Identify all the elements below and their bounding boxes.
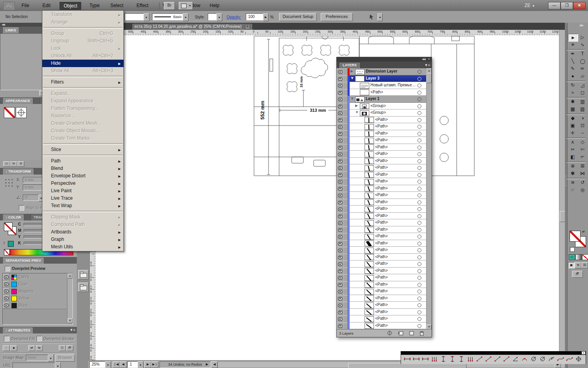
layer-thumbnail[interactable] — [365, 302, 374, 308]
tab-color[interactable]: ↕ COLOR — [2, 214, 24, 220]
layer-row[interactable]: <Path> — [337, 288, 426, 295]
layer-row[interactable]: ▶<Group> — [337, 103, 426, 110]
visibility-eye-icon[interactable] — [338, 215, 343, 218]
separation-row[interactable]: Yellow — [3, 295, 67, 302]
menu-effect[interactable]: Effect — [133, 2, 152, 9]
image-map-dropdown-icon[interactable]: ▼ — [48, 355, 54, 362]
layer-name[interactable]: <Path> — [375, 275, 388, 279]
target-circle-icon[interactable] — [417, 173, 421, 177]
collapsed-panel-icon[interactable] — [78, 282, 89, 292]
target-circle-icon[interactable] — [417, 248, 421, 252]
dock-grip[interactable] — [565, 23, 568, 368]
current-color-swatch[interactable] — [8, 241, 14, 247]
swap-colors-icon[interactable]: ⤴ — [3, 241, 5, 245]
visibility-eye-icon[interactable] — [338, 290, 343, 293]
document-close-icon[interactable]: ✕ — [245, 24, 250, 29]
vertical-dimension-3-icon[interactable] — [457, 356, 466, 363]
visibility-eye-icon[interactable] — [338, 249, 343, 252]
visibility-eye-icon[interactable] — [338, 317, 343, 321]
diagonal-dimension-3-icon[interactable] — [494, 356, 502, 363]
browser-button[interactable]: Browser — [55, 354, 75, 362]
layer-name[interactable]: <Path> — [375, 193, 388, 197]
target-circle-icon[interactable] — [417, 297, 421, 301]
url-input[interactable] — [13, 363, 56, 368]
menu-type[interactable]: Type — [86, 2, 103, 9]
visibility-eye-icon[interactable] — [338, 324, 343, 328]
menu-item-graph[interactable]: Graph▶ — [42, 236, 123, 243]
panel-menu-icon[interactable]: ▼≡ — [70, 328, 75, 332]
delete-anchor-point-tool[interactable]: − — [578, 129, 587, 137]
tab-transform[interactable]: ↕ TRANSFORM — [2, 168, 34, 175]
lock-cell[interactable] — [343, 206, 348, 213]
menu-item-group[interactable]: GroupCtrl+G — [42, 30, 123, 37]
vertical-scroll-thumb[interactable] — [560, 211, 565, 222]
menu-item-live-trace[interactable]: Live Trace▶ — [42, 195, 123, 202]
target-circle-icon[interactable] — [417, 276, 421, 280]
visibility-eye-icon[interactable] — [338, 146, 343, 149]
first-artboard-icon[interactable]: ❘◀ — [113, 361, 120, 368]
align-pixel-checkbox[interactable] — [19, 205, 24, 211]
artboard-tool[interactable]: ◧ — [568, 153, 577, 160]
layer-name[interactable]: <Path> — [375, 158, 388, 163]
layer-name[interactable]: <Path> — [375, 131, 388, 135]
target-circle-icon[interactable] — [417, 262, 421, 266]
default-colors-icon[interactable] — [570, 247, 575, 252]
lock-cell[interactable] — [343, 226, 348, 234]
target-circle-icon[interactable] — [417, 146, 421, 149]
menu-item-compound-path[interactable]: Compound Path▶ — [42, 221, 123, 228]
document-tab[interactable]: еста 35гр 13.04.20 для дизайна.ai* @ 25%… — [132, 23, 253, 30]
target-circle-icon[interactable] — [417, 118, 421, 122]
layer-thumbnail[interactable] — [365, 295, 374, 301]
layer-name[interactable]: <Path> — [375, 151, 388, 156]
lock-cell[interactable] — [343, 274, 348, 282]
blend-tool[interactable]: ◑ — [578, 115, 587, 122]
minimize-button[interactable]: — — [548, 2, 561, 9]
lock-cell[interactable] — [343, 199, 348, 206]
layer-row[interactable]: <Path> — [337, 123, 426, 130]
menu-item-envelope-distort[interactable]: Envelope Distort▶ — [42, 172, 123, 180]
paintbrush-tool[interactable]: ✎ — [568, 65, 577, 72]
layer-name[interactable]: <Group> — [370, 104, 386, 108]
visibility-eye-icon[interactable] — [338, 118, 343, 122]
layer-row[interactable]: <Path> — [337, 247, 426, 254]
url-dropdown-icon[interactable]: ▼ — [55, 363, 61, 368]
layer-name[interactable]: <Path> — [375, 255, 388, 259]
diameter-dimension-2-icon[interactable] — [539, 356, 547, 363]
target-circle-icon[interactable] — [417, 255, 421, 259]
lock-cell[interactable] — [343, 185, 348, 193]
make-clipping-mask-icon[interactable] — [385, 330, 394, 336]
diameter-dimension-icon[interactable] — [530, 356, 538, 363]
perspective-grid-tool[interactable]: ⊞ — [578, 162, 587, 169]
layer-name[interactable]: <Path> — [375, 227, 388, 231]
menu-item-perspective[interactable]: Perspective▶ — [42, 180, 123, 187]
layer-name[interactable]: <Group> — [370, 110, 386, 115]
layer-name[interactable]: Layer 1 — [366, 97, 379, 101]
select-similar-dropdown-icon[interactable]: ▼ — [377, 13, 383, 21]
menu-item-filters[interactable]: Filters▶ — [42, 78, 123, 86]
visibility-eye-icon[interactable] — [4, 297, 9, 300]
arc-dimension-icon[interactable] — [521, 356, 529, 363]
layer-thumbnail[interactable] — [355, 69, 365, 75]
separation-row[interactable]: CMYK — [3, 273, 67, 281]
layer-thumbnail[interactable] — [365, 193, 374, 199]
layer-row[interactable]: <Path> — [337, 254, 426, 261]
eraser-tool[interactable]: ▱ — [578, 73, 587, 80]
lock-cell[interactable] — [343, 75, 348, 83]
layer-thumbnail[interactable] — [365, 144, 374, 150]
menu-item-expand[interactable]: Expand... — [42, 90, 123, 97]
lock-cell[interactable] — [343, 68, 348, 76]
layer-row[interactable]: <Path> — [337, 130, 426, 137]
horizontal-dimension-2-icon[interactable] — [412, 356, 421, 363]
layer-row[interactable]: ▼Layer 3 — [337, 75, 426, 82]
layer-row[interactable]: <Path> — [337, 281, 426, 288]
target-circle-icon[interactable] — [417, 104, 421, 108]
zoom-tool[interactable]: ◎ — [578, 186, 587, 193]
target-circle-icon[interactable] — [417, 180, 421, 184]
draw-normal-button[interactable]: ▣ — [568, 262, 575, 268]
pencil-tool[interactable]: ✏ — [578, 65, 587, 72]
lock-cell[interactable] — [343, 137, 348, 144]
target-circle-icon[interactable] — [417, 91, 421, 95]
add-anchor-point-tool[interactable]: ✛ — [568, 129, 577, 137]
tab-separations[interactable]: SEPARATIONS PREV — [2, 257, 44, 264]
lock-cell[interactable] — [343, 144, 348, 151]
